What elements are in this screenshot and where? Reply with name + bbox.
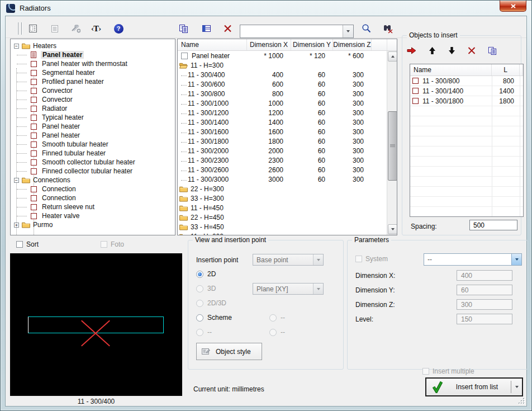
row-checkbox[interactable] — [181, 53, 188, 59]
objects-list-row[interactable]: 11 - 300/18001800 — [410, 96, 523, 106]
tree-item[interactable]: −Heaters — [11, 41, 175, 50]
text-tool-button[interactable]: ‹T› — [89, 22, 103, 35]
tree-item[interactable]: +Purmo — [11, 220, 175, 229]
move-down-button[interactable] — [448, 46, 455, 56]
column-header-l[interactable]: L — [492, 64, 520, 75]
help-button[interactable]: ? — [111, 22, 126, 35]
category-tree: −HeatersPanel heaterPanel heater with th… — [10, 39, 175, 235]
tree-item-label: Profiled panel heater — [42, 78, 104, 86]
categories-dialog-button[interactable] — [26, 22, 40, 35]
tree-item[interactable]: Connection — [11, 193, 175, 202]
tree-item[interactable]: Segmental heater — [11, 68, 175, 77]
toolbar-gripper[interactable] — [18, 22, 22, 35]
column-header-dimy[interactable]: Dimension Y — [291, 39, 333, 50]
radio-2d[interactable]: 2D — [196, 270, 216, 278]
remove-from-list-button[interactable] — [468, 47, 476, 56]
tree-item[interactable]: Typical heater — [11, 113, 175, 122]
table-row[interactable]: Panel heater* 1000* 120* 600 — [178, 51, 387, 60]
tree-item[interactable]: Finned tubular heater — [11, 149, 175, 158]
column-header-dimz[interactable]: Dimension Z — [333, 39, 372, 50]
find-button[interactable] — [359, 22, 374, 35]
insert-from-list-button[interactable]: Insert from list — [425, 377, 523, 396]
tree-item[interactable]: −Connections — [11, 176, 175, 185]
table-row[interactable]: 11 - 300/1400140060300 — [178, 117, 387, 127]
column-header-dimx[interactable]: Dimension X — [247, 39, 291, 50]
table-icon — [202, 25, 211, 32]
radiator-outline — [28, 316, 164, 333]
tree-item[interactable]: Panel heater with thermostat — [11, 59, 175, 68]
find-next-button[interactable] — [381, 22, 395, 35]
insert-multiple-label: Insert multiple — [433, 367, 474, 375]
table-row[interactable]: 11 - 300/2600260060300 — [178, 165, 387, 174]
table-row[interactable]: 11 - 300/3000300060300 — [178, 174, 387, 184]
tree-item[interactable]: Heater valve — [11, 211, 175, 220]
expand-icon[interactable]: + — [14, 223, 19, 228]
table-row[interactable]: 11 - 300/60060060300 — [178, 79, 387, 89]
table-row[interactable]: 33 - H=450 — [178, 222, 387, 232]
row-checkbox[interactable] — [412, 78, 419, 84]
catalog-scrollbar[interactable] — [387, 51, 397, 235]
row-name-cell: 33 - H=300 — [178, 195, 247, 202]
tree-item[interactable]: Radiator — [11, 104, 175, 113]
row-checkbox[interactable] — [412, 88, 419, 94]
delete-button[interactable] — [220, 22, 235, 35]
search-dropdown-button[interactable] — [343, 25, 353, 37]
object-style-button[interactable]: Object style — [196, 343, 262, 360]
table-row[interactable]: 11 - 300/1200120060300 — [178, 108, 387, 117]
column-header-name[interactable]: Name — [410, 64, 492, 75]
tree-item[interactable]: Smooth collector tubular heater — [11, 158, 175, 167]
tree-item[interactable]: Convector — [11, 95, 175, 104]
sort-checkbox[interactable]: Sort — [16, 240, 39, 248]
table-row[interactable]: 11 - 300/40040060300 — [178, 70, 387, 79]
tree-item[interactable]: Panel heater — [11, 122, 175, 131]
objects-list-row[interactable]: 11 - 300/14001400 — [410, 86, 523, 96]
table-row[interactable]: 11 - 300/80080060300 — [178, 89, 387, 98]
table-row[interactable]: 11 - 300/1000100060300 — [178, 98, 387, 108]
tree-item[interactable]: Finned collector tubular heater — [11, 167, 175, 176]
table-view-button[interactable] — [199, 22, 213, 35]
table-row[interactable]: 33 - H=300 — [178, 193, 387, 203]
table-row[interactable]: 11 - 300/1800180060300 — [178, 136, 387, 146]
table-row[interactable]: 11 - 300/1600160060300 — [178, 127, 387, 136]
dropdown-button[interactable] — [511, 254, 521, 265]
tree-item[interactable]: Return sleeve nut — [11, 202, 175, 211]
copy-button[interactable] — [176, 22, 191, 35]
folder-icon — [22, 42, 30, 49]
radio-icon — [269, 314, 277, 322]
tree-item[interactable]: Smooth tubular heater — [11, 140, 175, 149]
column-header-name[interactable]: Name — [178, 39, 247, 50]
tree-item[interactable]: Panel heater — [11, 131, 175, 140]
scroll-down-button[interactable] — [388, 224, 397, 234]
objects-list-row[interactable]: 11 - 300/800800 — [410, 76, 523, 86]
collapse-icon[interactable]: − — [14, 44, 19, 49]
collapse-icon[interactable]: − — [14, 178, 19, 183]
move-up-button[interactable] — [429, 46, 436, 56]
object-preview[interactable] — [10, 253, 182, 396]
table-row[interactable]: 22 - H=450 — [178, 212, 387, 222]
scroll-up-button[interactable] — [388, 51, 397, 62]
scroll-thumb[interactable] — [388, 111, 397, 181]
table-row[interactable]: 11 - 300/2300230060300 — [178, 155, 387, 165]
system-combo[interactable]: -- — [424, 253, 522, 266]
tree-item[interactable]: Profiled panel heater — [11, 77, 175, 86]
copy-list-button[interactable] — [488, 46, 497, 57]
table-row[interactable]: 11 - 300/2000200060300 — [178, 146, 387, 155]
table-row[interactable]: 11 - H=300 — [178, 60, 387, 70]
radio-scheme[interactable]: Scheme — [196, 314, 232, 322]
resize-grip[interactable] — [518, 398, 525, 405]
table-row[interactable]: 11 - H=600 — [178, 232, 387, 235]
table-row[interactable]: 22 - H=300 — [178, 184, 387, 193]
add-to-list-button[interactable] — [407, 46, 416, 56]
row-dim-y: 60 — [291, 166, 333, 174]
search-input[interactable] — [240, 25, 343, 37]
tree-item[interactable]: Connection — [11, 185, 175, 193]
close-button[interactable] — [500, 1, 526, 12]
tree-item[interactable]: Panel heater — [11, 50, 175, 59]
list-view-button[interactable] — [48, 22, 62, 35]
insert-options-dropdown[interactable] — [511, 386, 522, 388]
row-checkbox[interactable] — [412, 98, 419, 104]
table-row[interactable]: 11 - H=450 — [178, 203, 387, 212]
tools-button[interactable] — [68, 22, 83, 35]
spacing-input[interactable] — [469, 220, 517, 230]
tree-item[interactable]: Convector — [11, 86, 175, 95]
